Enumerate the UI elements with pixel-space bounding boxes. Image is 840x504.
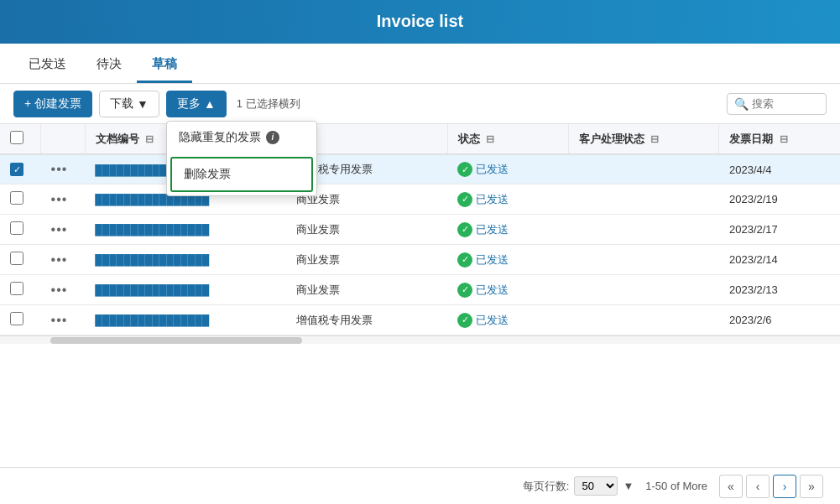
- col-dots-header: [41, 124, 86, 154]
- row-status: ✓已发送: [457, 283, 509, 298]
- custatus-filter-icon[interactable]: ⊟: [650, 133, 659, 145]
- row-checkbox[interactable]: [10, 282, 23, 295]
- row-status: ✓已发送: [457, 162, 509, 177]
- page-size-arrow-icon: ▼: [623, 480, 634, 492]
- row-checkbox-cell: [0, 184, 41, 215]
- row-dots-cell: •••: [41, 154, 86, 184]
- page-size-control: 每页行数: 50 25 100 ▼: [523, 476, 634, 496]
- row-dots-button[interactable]: •••: [51, 192, 68, 206]
- hide-duplicates-item[interactable]: 隐藏重复的发票 i: [167, 122, 316, 153]
- download-button[interactable]: 下载 ▼: [99, 91, 159, 117]
- tab-draft[interactable]: 草稿: [137, 48, 192, 83]
- row-status: ✓已发送: [457, 252, 509, 268]
- row-custatus-cell: [568, 215, 719, 245]
- status-filter-icon[interactable]: ⊟: [486, 133, 494, 145]
- table-row: •••████████████████商业发票✓已发送2023/2/14: [0, 245, 840, 275]
- row-dots-button[interactable]: •••: [51, 313, 68, 327]
- row-status: ✓已发送: [457, 222, 509, 237]
- table-body: ✓•••████████████████增值税专用发票✓已发送2023/4/4•…: [0, 154, 840, 335]
- row-docnum-link[interactable]: ████████████████: [95, 224, 209, 236]
- more-dropdown-wrapper: 更多 ▲ 隐藏重复的发票 i 删除发票: [166, 91, 227, 117]
- search-icon: 🔍: [734, 97, 749, 111]
- status-check-icon: ✓: [457, 313, 472, 328]
- info-icon: i: [266, 131, 279, 144]
- row-status-cell: ✓已发送: [447, 305, 568, 335]
- col-custatus-header: 客户处理状态 ⊟: [568, 124, 719, 154]
- row-status-cell: ✓已发送: [447, 184, 568, 215]
- tab-sent[interactable]: 已发送: [13, 48, 81, 83]
- row-type-cell: 增值税专用发票: [286, 305, 447, 335]
- nav-first-button[interactable]: «: [719, 475, 743, 498]
- row-checkbox-cell: [0, 215, 41, 245]
- col-date-header: 发票日期 ⊟: [719, 124, 840, 154]
- search-input[interactable]: [752, 97, 819, 110]
- row-dots-button[interactable]: •••: [51, 162, 68, 176]
- row-date-cell: 2023/2/17: [719, 215, 840, 245]
- scrollbar-thumb[interactable]: [50, 337, 302, 344]
- toolbar-right: 🔍: [727, 93, 827, 115]
- table-row: •••████████████████商业发票✓已发送2023/2/13: [0, 275, 840, 305]
- row-docnum-link[interactable]: ████████████████: [95, 254, 209, 266]
- row-checkbox[interactable]: [10, 191, 23, 205]
- tab-pending[interactable]: 待决: [81, 48, 137, 83]
- row-date-cell: 2023/4/4: [719, 154, 840, 184]
- row-status-cell: ✓已发送: [447, 215, 568, 245]
- page-info: 1-50 of More: [645, 480, 707, 492]
- more-dropdown-menu: 隐藏重复的发票 i 删除发票: [166, 121, 317, 196]
- selection-info: 1 已选择横列: [237, 96, 300, 112]
- page-title: Invoice list: [377, 12, 463, 30]
- row-status-cell: ✓已发送: [447, 154, 568, 184]
- create-invoice-button[interactable]: + 创建发票: [13, 91, 92, 117]
- row-docnum-link[interactable]: ████████████████: [95, 314, 209, 326]
- docnum-filter-icon[interactable]: ⊟: [145, 133, 154, 145]
- row-date-cell: 2023/2/6: [719, 305, 840, 335]
- row-date-cell: 2023/2/13: [719, 275, 840, 305]
- row-custatus-cell: [568, 245, 719, 275]
- footer: 每页行数: 50 25 100 ▼ 1-50 of More « ‹ › »: [0, 467, 840, 504]
- row-status-cell: ✓已发送: [447, 245, 568, 275]
- row-date-cell: 2023/2/19: [719, 184, 840, 215]
- date-filter-icon[interactable]: ⊟: [780, 133, 788, 145]
- search-box[interactable]: 🔍: [727, 93, 827, 115]
- select-all-checkbox[interactable]: [10, 131, 23, 144]
- nav-next-button[interactable]: ›: [773, 475, 796, 498]
- nav-prev-button[interactable]: ‹: [746, 475, 770, 498]
- row-custatus-cell: [568, 275, 719, 305]
- row-checkbox[interactable]: ✓: [10, 163, 23, 176]
- row-docnum-cell: ████████████████: [85, 245, 286, 275]
- row-checkbox[interactable]: [10, 221, 23, 235]
- row-checkbox[interactable]: [10, 312, 23, 325]
- status-check-icon: ✓: [457, 283, 472, 298]
- status-check-icon: ✓: [457, 252, 472, 268]
- page-size-select[interactable]: 50 25 100: [574, 476, 618, 496]
- horizontal-scrollbar[interactable]: [0, 335, 840, 344]
- row-type-cell: 商业发票: [286, 275, 447, 305]
- row-type-cell: 商业发票: [286, 215, 447, 245]
- row-docnum-link[interactable]: ████████████████: [95, 284, 209, 296]
- nav-last-button[interactable]: »: [800, 475, 823, 498]
- more-button[interactable]: 更多 ▲: [166, 91, 227, 117]
- row-checkbox-cell: ✓: [0, 154, 41, 184]
- row-docnum-cell: ████████████████: [85, 215, 286, 245]
- row-checkbox-cell: [0, 245, 41, 275]
- row-custatus-cell: [568, 305, 719, 335]
- row-dots-button[interactable]: •••: [51, 252, 68, 267]
- row-docnum-cell: ████████████████: [85, 275, 286, 305]
- row-docnum-cell: ████████████████: [85, 305, 286, 335]
- more-arrow-icon: ▲: [204, 97, 216, 111]
- table-row: ✓•••████████████████增值税专用发票✓已发送2023/4/4: [0, 154, 840, 184]
- tab-bar: 已发送 待决 草稿: [0, 44, 840, 84]
- invoice-table: 文档编号 ⊟ ⊟ 状态 ⊟ 客户处理状态 ⊟ 发票日期 ⊟: [0, 124, 840, 335]
- row-dots-cell: •••: [41, 275, 86, 305]
- row-dots-cell: •••: [41, 245, 86, 275]
- row-dots-button[interactable]: •••: [51, 283, 68, 297]
- row-dots-button[interactable]: •••: [51, 222, 68, 236]
- dropdown-arrow-icon: ▼: [137, 97, 149, 111]
- row-dots-cell: •••: [41, 305, 86, 335]
- delete-invoice-item[interactable]: 删除发票: [170, 157, 313, 192]
- table-container: 文档编号 ⊟ ⊟ 状态 ⊟ 客户处理状态 ⊟ 发票日期 ⊟: [0, 124, 840, 467]
- table-row: •••████████████████商业发票✓已发送2023/2/17: [0, 215, 840, 245]
- row-custatus-cell: [568, 154, 719, 184]
- row-custatus-cell: [568, 184, 719, 215]
- row-checkbox[interactable]: [10, 252, 23, 265]
